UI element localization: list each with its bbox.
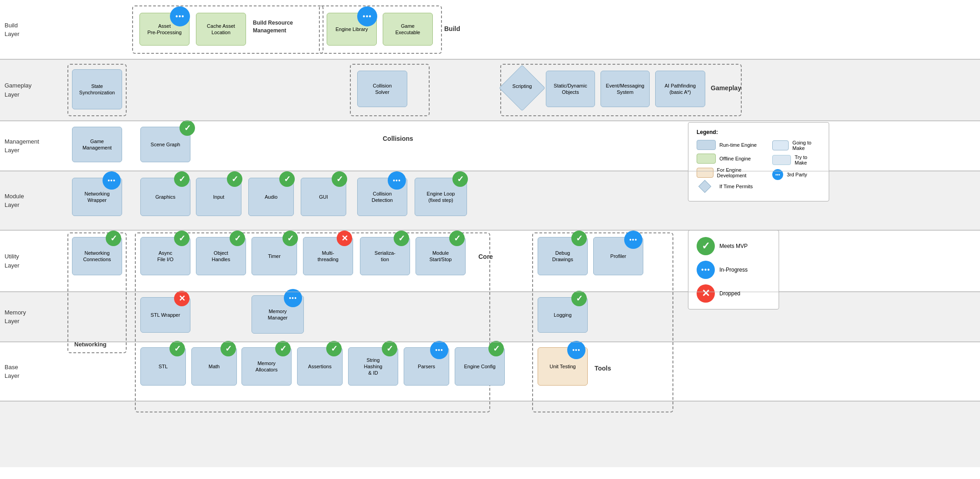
- scene-graph-status: ✓: [180, 120, 195, 136]
- profiler-3rdparty: •••: [624, 231, 642, 249]
- input-status: ✓: [227, 171, 242, 187]
- object-handles-status: ✓: [230, 231, 245, 246]
- engine-config-status: ✓: [488, 341, 504, 356]
- build-resource-label: Build ResourceManagement: [253, 19, 293, 35]
- networking-connections-status: ✓: [106, 231, 121, 246]
- scripting-label: Scripting: [506, 83, 539, 89]
- module-startstop-status: ✓: [449, 231, 465, 246]
- timer-status: ✓: [282, 231, 298, 246]
- collisions-group-label: Collisions: [383, 135, 413, 142]
- static-dynamic-node: Static/DynamicObjects: [546, 71, 595, 107]
- string-hashing-status: ✓: [382, 341, 397, 356]
- status-legend-box: ✓ Meets MVP ••• In-Progress ✕ Dropped: [688, 230, 779, 309]
- debug-drawings-status: ✓: [571, 231, 587, 246]
- stl-status: ✓: [169, 341, 185, 356]
- layer-label-base: BaseLayer: [0, 342, 64, 401]
- legend-dev-label: For Engine Development: [717, 167, 765, 178]
- math-status: ✓: [221, 341, 236, 356]
- multithreading-status: ✕: [337, 231, 352, 246]
- layer-label-module: ModuleLayer: [0, 171, 64, 230]
- cache-asset-location-node: Cache AssetLocation: [196, 13, 246, 46]
- legend-inprogress: In-Progress: [719, 267, 748, 273]
- layer-label-gameplay: GameplayLayer: [0, 59, 64, 121]
- core-group-label: Core: [478, 253, 493, 260]
- collision-solver-node: CollisionSolver: [357, 71, 407, 107]
- layer-label-management: ManagementLayer: [0, 121, 64, 171]
- unit-testing-3rdparty: •••: [567, 341, 585, 359]
- game-executable-node: GameExecutable: [383, 13, 433, 46]
- legend-diamond-label: If Time Permits: [719, 184, 753, 189]
- assertions-status: ✓: [326, 341, 342, 356]
- game-management-node: GameManagement: [72, 127, 122, 162]
- memory-allocators-status: ✓: [275, 341, 291, 356]
- ai-pathfinding-node: AI Pathfinding(basic A*): [655, 71, 705, 107]
- networking-wrapper-3rdparty: •••: [103, 171, 121, 190]
- legend-try-label: Try to Make: [795, 155, 821, 165]
- layer-label-utility: UtilityLayer: [0, 230, 64, 292]
- logging-status: ✓: [571, 291, 587, 306]
- tools-group-label: Tools: [595, 365, 611, 372]
- event-messaging-node: Event/MessagingSystem: [600, 71, 650, 107]
- stl-wrapper-status: ✕: [174, 291, 190, 306]
- layer-label-memory: MemoryLayer: [0, 292, 64, 342]
- build-group-label: Build: [444, 25, 460, 32]
- engine-loop-status: ✓: [452, 171, 468, 187]
- graphics-status: ✓: [174, 171, 190, 187]
- legend-going-label: Going to Make: [792, 140, 821, 151]
- parsers-3rdparty: •••: [430, 341, 448, 359]
- legend-offline-label: Offline Engine: [719, 156, 751, 161]
- legend-meets-mvp: Meets MVP: [719, 243, 748, 249]
- asset-3rdparty-circle: •••: [170, 6, 190, 26]
- async-fileio-status: ✓: [174, 231, 190, 246]
- engine-library-3rdparty: •••: [357, 6, 377, 26]
- state-sync-node: StateSynchronization: [72, 69, 122, 109]
- layer-label-build: BuildLayer: [0, 0, 64, 59]
- legend-runtime-label: Run-time Engine: [719, 142, 757, 148]
- gameplay-group-label: Gameplay: [711, 84, 741, 92]
- legend-3rdparty-label: 3rd Party: [787, 172, 807, 177]
- legend-title: Legend:: [697, 129, 821, 135]
- gui-status: ✓: [332, 171, 347, 187]
- legend-box: Legend: Run-time Engine Offline Engine F…: [688, 122, 829, 201]
- collision-detection-3rdparty: •••: [388, 171, 406, 190]
- audio-status: ✓: [279, 171, 295, 187]
- serialization-status: ✓: [394, 231, 409, 246]
